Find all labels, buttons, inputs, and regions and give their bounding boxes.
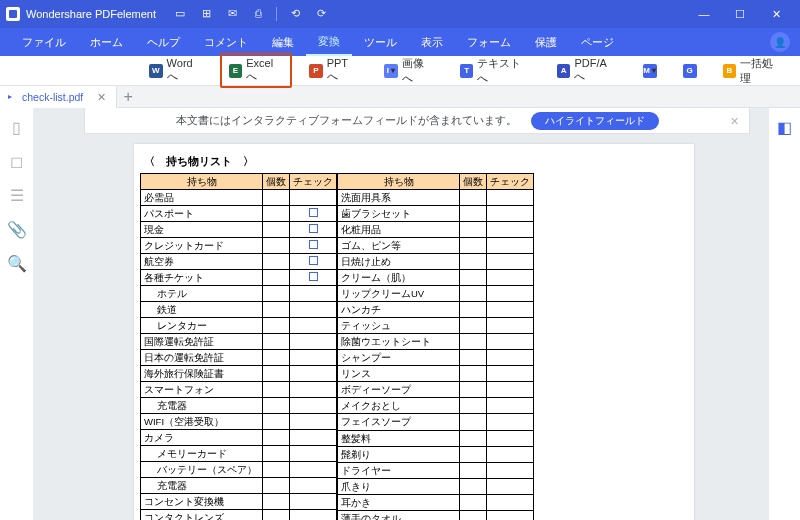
app-title: Wondershare PDFelement <box>26 8 156 20</box>
qty-cell <box>263 206 290 222</box>
undo-icon[interactable]: ⟲ <box>287 7 303 21</box>
item-cell: コンタクトレンズ <box>141 510 263 521</box>
mail-icon[interactable]: ✉ <box>224 7 240 21</box>
qty-cell <box>263 478 290 494</box>
menu-ホーム[interactable]: ホーム <box>78 28 135 56</box>
add-tab-button[interactable]: + <box>117 88 139 106</box>
menu-ヘルプ[interactable]: ヘルプ <box>135 28 192 56</box>
menu-変換[interactable]: 変換 <box>306 28 352 56</box>
thumbnails-icon[interactable]: ▯ <box>8 118 26 136</box>
item-cell: 国際運転免許証 <box>141 334 263 350</box>
qty-cell <box>460 398 487 414</box>
qty-cell <box>460 206 487 222</box>
item-cell: 現金 <box>141 222 263 238</box>
item-cell: メイクおとし <box>338 398 460 414</box>
close-button[interactable]: ✕ <box>758 0 794 28</box>
item-cell: パスポート <box>141 206 263 222</box>
convert-Excelへ[interactable]: EExcelへ <box>220 53 292 88</box>
item-cell: 日焼け止め <box>338 254 460 270</box>
tool-label: 画像へ <box>402 56 434 86</box>
qty-cell <box>263 254 290 270</box>
item-cell: フェイスソープ <box>338 414 460 430</box>
convert-テキストへ[interactable]: Tテキストへ <box>451 52 540 90</box>
open-icon[interactable]: ▭ <box>172 7 188 21</box>
table-row: 薄手のタオル <box>338 510 534 520</box>
checkbox[interactable] <box>309 272 318 281</box>
col-header: 持ち物 <box>338 174 460 190</box>
check-cell <box>290 414 337 430</box>
check-cell <box>487 350 534 366</box>
item-cell: 各種チケット <box>141 270 263 286</box>
check-cell <box>487 222 534 238</box>
minimize-button[interactable]: — <box>686 0 722 28</box>
convert-画像へ[interactable]: I画像へ <box>375 52 443 90</box>
table-row: 現金 <box>141 222 337 238</box>
item-cell: 日本の運転免許証 <box>141 350 263 366</box>
page-nav-icon[interactable]: ◧ <box>776 118 794 136</box>
table-row: 除菌ウエットシート <box>338 334 534 350</box>
checkbox[interactable] <box>309 240 318 249</box>
check-cell <box>290 462 337 478</box>
notice-text: 本文書にはインタラクティブフォームフィールドが含まれています。 <box>176 114 517 128</box>
right-rail: ◧ <box>768 108 800 520</box>
new-icon[interactable]: ⊞ <box>198 7 214 21</box>
qty-cell <box>460 446 487 462</box>
menu-ファイル[interactable]: ファイル <box>10 28 78 56</box>
tab-close-icon[interactable]: ✕ <box>97 91 106 103</box>
tool-label: PDF/Aへ <box>574 57 616 84</box>
qty-cell <box>460 510 487 520</box>
redo-icon[interactable]: ⟳ <box>313 7 329 21</box>
table-row: リンス <box>338 366 534 382</box>
menu-編集[interactable]: 編集 <box>260 28 306 56</box>
w-icon: W <box>149 64 163 78</box>
tool-label: Excelへ <box>246 57 283 84</box>
qty-cell <box>460 238 487 254</box>
convert-PPTへ[interactable]: PPPTへ <box>300 53 367 88</box>
convert-Wordへ[interactable]: WWordへ <box>140 53 212 88</box>
convert-m[interactable]: M <box>634 60 666 82</box>
checkbox[interactable] <box>309 208 318 217</box>
maximize-button[interactable]: ☐ <box>722 0 758 28</box>
form-notice-bar: 本文書にはインタラクティブフォームフィールドが含まれています。 ハイライトフィー… <box>84 108 750 134</box>
attachment-icon[interactable]: 📎 <box>8 220 26 238</box>
menu-ページ[interactable]: ページ <box>569 28 626 56</box>
menu-コメント[interactable]: コメント <box>192 28 260 56</box>
item-cell: ティッシュ <box>338 318 460 334</box>
qty-cell <box>460 478 487 494</box>
bookmark-icon[interactable]: ◻ <box>8 152 26 170</box>
checkbox[interactable] <box>309 256 318 265</box>
table-row: ドライヤー <box>338 462 534 478</box>
table-row: スマートフォン <box>141 382 337 398</box>
convert-一括処理[interactable]: B一括処理 <box>714 52 792 90</box>
table-row: 海外旅行保険証書 <box>141 366 337 382</box>
item-cell: ホテル <box>141 286 263 302</box>
comment-panel-icon[interactable]: ☰ <box>8 186 26 204</box>
search-icon[interactable]: 🔍 <box>8 254 26 272</box>
col-header: チェック <box>290 174 337 190</box>
g-icon: G <box>683 64 697 78</box>
app-logo-icon <box>6 7 20 21</box>
table-row: WIFI（空港受取） <box>141 414 337 430</box>
highlight-fields-button[interactable]: ハイライトフィールド <box>531 112 659 130</box>
account-avatar-icon[interactable]: 👤 <box>770 32 790 52</box>
item-cell: 鉄道 <box>141 302 263 318</box>
checkbox[interactable] <box>309 224 318 233</box>
workspace: ▯ ◻ ☰ 📎 🔍 本文書にはインタラクティブフォームフィールドが含まれています… <box>0 108 800 520</box>
notice-close-icon[interactable]: ✕ <box>730 115 739 127</box>
m-icon: M <box>643 64 657 78</box>
qty-cell <box>263 286 290 302</box>
item-cell: 爪きり <box>338 478 460 494</box>
document-tab[interactable]: check-list.pdf ✕ <box>0 86 117 108</box>
check-cell <box>290 302 337 318</box>
check-cell <box>290 286 337 302</box>
table-row: バッテリー（スペア） <box>141 462 337 478</box>
item-cell: スマートフォン <box>141 382 263 398</box>
print-icon[interactable]: ⎙ <box>250 7 266 21</box>
convert-PDF/Aへ[interactable]: APDF/Aへ <box>548 53 626 88</box>
separator <box>276 7 277 21</box>
check-cell <box>487 446 534 462</box>
qty-cell <box>460 270 487 286</box>
convert-g[interactable]: G <box>674 60 706 82</box>
tool-label: 一括処理 <box>740 56 783 86</box>
table-row: クレジットカード <box>141 238 337 254</box>
